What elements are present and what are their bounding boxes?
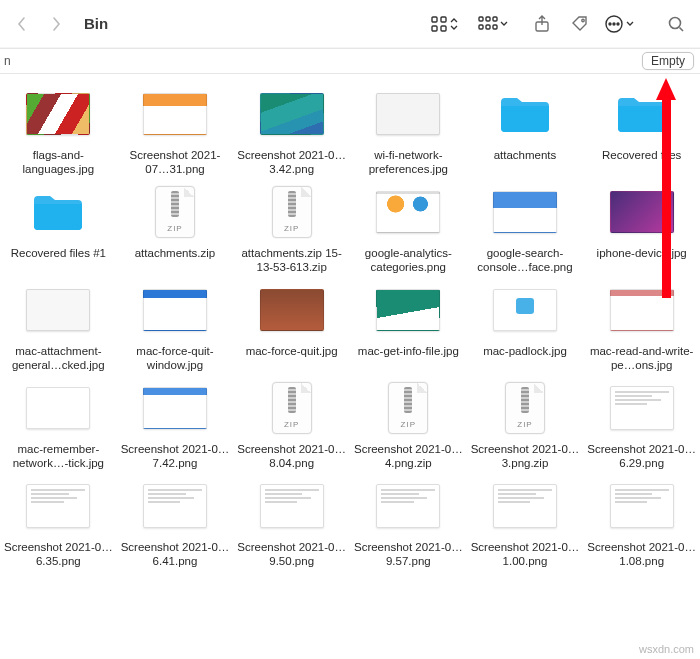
forward-button[interactable]: [44, 12, 68, 36]
zip-label: ZIP: [389, 420, 427, 429]
file-item[interactable]: wi-fi-network-preferences.jpg: [352, 86, 465, 176]
file-label: Recovered files #1: [11, 246, 106, 274]
file-label: flags-and-languages.jpg: [3, 148, 113, 176]
folder-icon: [497, 92, 553, 136]
folder-icon: [30, 190, 86, 234]
file-thumbnail: [374, 86, 442, 142]
svg-rect-2: [432, 26, 437, 31]
file-item[interactable]: Screenshot 2021-0…3.42.png: [235, 86, 348, 176]
file-item[interactable]: mac-read-and-write-pe…ons.jpg: [585, 282, 698, 372]
file-label: Screenshot 2021-0…6.41.png: [120, 540, 230, 568]
file-item[interactable]: mac-padlock.jpg: [469, 282, 582, 372]
file-thumbnail: [608, 380, 676, 436]
file-item[interactable]: Screenshot 2021-0…6.35.png: [2, 478, 115, 568]
file-item[interactable]: ZIPScreenshot 2021-0…3.png.zip: [469, 380, 582, 470]
file-label: mac-padlock.jpg: [483, 344, 567, 372]
zip-icon: ZIP: [272, 186, 312, 238]
ellipsis-circle-icon: [604, 14, 624, 34]
chevron-right-icon: [51, 17, 61, 31]
svg-rect-6: [493, 17, 497, 21]
chevron-left-icon: [17, 17, 27, 31]
image-thumbnail: [143, 93, 207, 135]
file-item[interactable]: ZIPattachments.zip 15-13-53-613.zip: [235, 184, 348, 274]
back-button[interactable]: [10, 12, 34, 36]
file-thumbnail: ZIP: [491, 380, 559, 436]
document-icon: [143, 484, 207, 528]
zip-label: ZIP: [156, 224, 194, 233]
view-mode-toggle[interactable]: [430, 15, 458, 33]
file-label: Screenshot 2021-0…9.50.png: [237, 540, 347, 568]
toolbar: Bin: [0, 0, 700, 48]
file-label: mac-remember-network…-tick.jpg: [3, 442, 113, 470]
file-item[interactable]: mac-remember-network…-tick.jpg: [2, 380, 115, 470]
file-item[interactable]: ZIPScreenshot 2021-0…4.png.zip: [352, 380, 465, 470]
image-thumbnail: [493, 289, 557, 331]
file-item[interactable]: mac-get-info-file.jpg: [352, 282, 465, 372]
file-label: google-analytics-categories.png: [353, 246, 463, 274]
file-thumbnail: [374, 184, 442, 240]
file-thumbnail: ZIP: [258, 380, 326, 436]
file-label: Screenshot 2021-0…9.57.png: [353, 540, 463, 568]
file-thumbnail: [491, 478, 559, 534]
file-item[interactable]: Screenshot 2021-0…7.42.png: [119, 380, 232, 470]
file-label: wi-fi-network-preferences.jpg: [353, 148, 463, 176]
file-label: Screenshot 2021-0…6.35.png: [3, 540, 113, 568]
updown-icon: [450, 17, 458, 31]
image-thumbnail: [376, 289, 440, 331]
file-item[interactable]: ZIPScreenshot 2021-0…8.04.png: [235, 380, 348, 470]
file-thumbnail: [491, 282, 559, 338]
file-item[interactable]: attachments: [469, 86, 582, 176]
search-button[interactable]: [662, 10, 690, 38]
share-button[interactable]: [528, 10, 556, 38]
watermark: wsxdn.com: [639, 643, 694, 655]
zip-icon: ZIP: [505, 382, 545, 434]
file-label: Screenshot 2021-0…3.png.zip: [470, 442, 580, 470]
file-item[interactable]: mac-force-quit-window.jpg: [119, 282, 232, 372]
image-thumbnail: [26, 93, 90, 135]
action-menu[interactable]: [604, 14, 634, 34]
svg-point-15: [617, 23, 619, 25]
file-item[interactable]: Screenshot 2021-0…6.29.png: [585, 380, 698, 470]
file-item[interactable]: flags-and-languages.jpg: [2, 86, 115, 176]
file-label: Screenshot 2021-0…3.42.png: [237, 148, 347, 176]
group-menu[interactable]: [478, 16, 508, 32]
chevron-down-icon: [626, 21, 634, 27]
image-thumbnail: [376, 93, 440, 135]
file-item[interactable]: Recovered files #1: [2, 184, 115, 274]
file-item[interactable]: Screenshot 2021-0…9.50.png: [235, 478, 348, 568]
svg-point-16: [670, 17, 681, 28]
file-thumbnail: [608, 478, 676, 534]
tag-icon: [571, 15, 589, 33]
empty-trash-button[interactable]: Empty: [642, 52, 694, 70]
file-thumbnail: [24, 282, 92, 338]
path-fragment: n: [0, 49, 11, 73]
file-thumbnail: [24, 184, 92, 240]
file-item[interactable]: iphone-device.jpg: [585, 184, 698, 274]
file-item[interactable]: ZIPattachments.zip: [119, 184, 232, 274]
file-thumbnail: [141, 282, 209, 338]
file-item[interactable]: mac-attachment-general…cked.jpg: [2, 282, 115, 372]
file-label: Screenshot 2021-0…7.42.png: [120, 442, 230, 470]
file-label: google-search-console…face.png: [470, 246, 580, 274]
tags-button[interactable]: [566, 10, 594, 38]
file-item[interactable]: google-search-console…face.png: [469, 184, 582, 274]
chevron-down-icon: [500, 21, 508, 27]
file-item[interactable]: Screenshot 2021-0…9.57.png: [352, 478, 465, 568]
file-item[interactable]: Screenshot 2021-0…6.41.png: [119, 478, 232, 568]
icon-grid-icon: [430, 15, 448, 33]
file-item[interactable]: mac-force-quit.jpg: [235, 282, 348, 372]
file-label: Screenshot 2021-0…6.29.png: [587, 442, 697, 470]
svg-rect-1: [441, 17, 446, 22]
svg-rect-9: [493, 25, 497, 29]
file-item[interactable]: Screenshot 2021-07…31.png: [119, 86, 232, 176]
file-item[interactable]: Recovered files: [585, 86, 698, 176]
file-thumbnail: [258, 282, 326, 338]
file-item[interactable]: Screenshot 2021-0…1.08.png: [585, 478, 698, 568]
image-thumbnail: [260, 93, 324, 135]
zip-label: ZIP: [273, 224, 311, 233]
file-item[interactable]: Screenshot 2021-0…1.00.png: [469, 478, 582, 568]
file-label: attachments.zip 15-13-53-613.zip: [237, 246, 347, 274]
file-thumbnail: [24, 380, 92, 436]
file-item[interactable]: google-analytics-categories.png: [352, 184, 465, 274]
file-thumbnail: [491, 86, 559, 142]
